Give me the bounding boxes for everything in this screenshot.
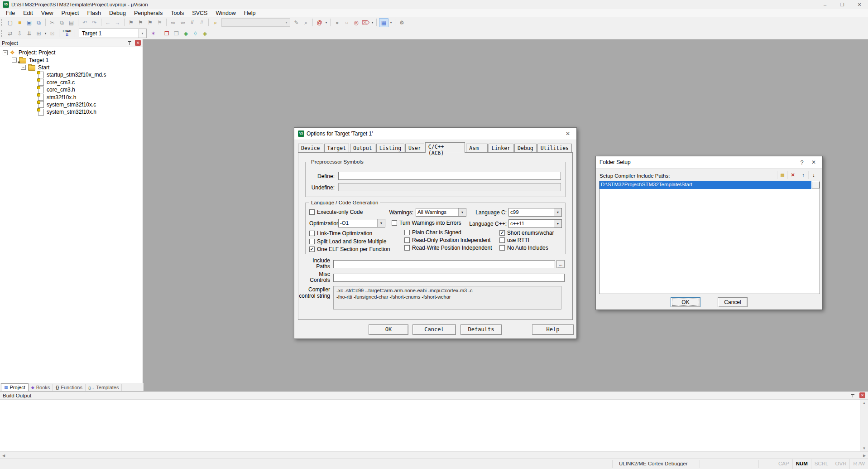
chevron-down-icon[interactable] bbox=[377, 219, 385, 227]
checkbox-icon[interactable] bbox=[404, 230, 410, 235]
checkbox-icon[interactable] bbox=[499, 230, 505, 236]
menu-svcs[interactable]: SVCS bbox=[188, 10, 211, 16]
new-file-icon[interactable]: ▢ bbox=[6, 19, 14, 27]
scroll-right-icon[interactable]: ▶ bbox=[861, 454, 868, 458]
tree-item-target[interactable]: Target 1 bbox=[0, 56, 143, 63]
tab-utilities[interactable]: Utilities bbox=[537, 144, 572, 152]
checkbox-icon[interactable] bbox=[309, 247, 315, 252]
next-bookmark-icon[interactable]: ⚑ bbox=[146, 19, 154, 27]
tree-item-file[interactable]: startup_stm32f10x_md.s bbox=[0, 71, 143, 78]
tree-item-file[interactable]: core_cm3.c bbox=[0, 79, 143, 86]
turn-warnings-errors-checkbox[interactable]: Turn Warnings into Errors bbox=[392, 220, 461, 226]
debug-session-icon[interactable]: @ bbox=[315, 19, 324, 27]
build-output-content[interactable] bbox=[0, 400, 860, 452]
tab-debug[interactable]: Debug bbox=[514, 144, 537, 152]
tree-item-project[interactable]: Project: Project bbox=[0, 49, 143, 56]
find-in-files-icon[interactable]: ⌕ bbox=[211, 19, 220, 27]
browse-path-button[interactable]: ... bbox=[812, 182, 820, 189]
close-icon[interactable] bbox=[809, 159, 819, 165]
tree-item-file[interactable]: system_stm32f10x.h bbox=[0, 108, 143, 116]
close-panel-icon[interactable] bbox=[135, 40, 141, 46]
new-path-icon[interactable]: ▩ bbox=[777, 171, 787, 179]
enable-breakpoint-icon[interactable]: ○ bbox=[342, 19, 351, 27]
nav-forward-icon[interactable]: → bbox=[113, 19, 122, 27]
insert-breakpoint-icon[interactable]: ● bbox=[333, 19, 341, 27]
plain-char-signed-checkbox[interactable]: Plain Char is Signed bbox=[404, 229, 461, 236]
ok-button[interactable]: OK bbox=[671, 297, 700, 307]
clear-bookmarks-icon[interactable]: ⚑ bbox=[155, 19, 164, 27]
kill-all-breakpoints-icon[interactable]: ⌦ bbox=[361, 19, 370, 27]
defaults-button[interactable]: Defaults bbox=[460, 324, 502, 335]
read-only-pi-checkbox[interactable]: Read-Only Position Independent bbox=[404, 237, 490, 243]
indent-icon[interactable]: ⇨ bbox=[169, 19, 177, 27]
tab-templates[interactable]: Templates bbox=[86, 384, 122, 391]
close-icon[interactable] bbox=[563, 131, 573, 137]
collapse-icon[interactable] bbox=[21, 65, 26, 70]
uncomment-icon[interactable]: // bbox=[197, 19, 206, 27]
scroll-down-icon[interactable]: ▼ bbox=[860, 445, 868, 452]
build-icon[interactable]: ⇩ bbox=[15, 29, 24, 38]
close-panel-icon[interactable] bbox=[859, 392, 865, 398]
selected-path[interactable]: D:\STM32Project\STM32Template\Start bbox=[599, 181, 811, 189]
menu-flash[interactable]: Flash bbox=[83, 10, 105, 16]
find-icon[interactable]: ⌕ bbox=[302, 19, 310, 27]
outdent-icon[interactable]: ⇦ bbox=[178, 19, 187, 27]
checkbox-icon[interactable] bbox=[499, 245, 505, 251]
download-button[interactable]: LOAD ⇊ bbox=[61, 29, 73, 38]
configure-icon[interactable]: ⚙ bbox=[398, 19, 406, 27]
menu-peripherals[interactable]: Peripherals bbox=[130, 10, 167, 16]
manage-project-items-icon[interactable]: ❒ bbox=[163, 29, 171, 38]
checkbox-icon[interactable] bbox=[309, 239, 315, 244]
chevron-down-icon[interactable] bbox=[458, 208, 466, 216]
restore-icon[interactable] bbox=[834, 0, 851, 9]
cut-icon[interactable]: ✂ bbox=[48, 19, 57, 27]
language-c-select[interactable]: c99 bbox=[508, 208, 562, 217]
horizontal-scrollbar[interactable]: ◀ ▶ bbox=[0, 451, 868, 459]
short-enums-checkbox[interactable]: Short enums/wchar bbox=[499, 230, 554, 236]
scroll-left-icon[interactable]: ◀ bbox=[0, 454, 7, 458]
save-all-icon[interactable]: ⧉ bbox=[34, 19, 43, 27]
redo-icon[interactable]: ↷ bbox=[90, 19, 99, 27]
tab-asm[interactable]: Asm bbox=[466, 144, 487, 152]
pin-icon[interactable] bbox=[127, 40, 133, 46]
open-folder-icon[interactable]: ■ bbox=[15, 19, 24, 27]
collapse-icon[interactable] bbox=[12, 58, 17, 63]
tab-functions[interactable]: Functions bbox=[53, 384, 86, 391]
warnings-select[interactable]: All Warnings bbox=[416, 208, 466, 217]
tab-user[interactable]: User bbox=[405, 144, 424, 152]
chevron-down-icon[interactable] bbox=[389, 19, 393, 27]
execute-only-code-checkbox[interactable]: Execute-only Code bbox=[309, 209, 363, 215]
checkbox-icon[interactable] bbox=[309, 209, 315, 215]
menu-project[interactable]: Project bbox=[58, 10, 83, 16]
misc-controls-input[interactable] bbox=[333, 274, 565, 282]
tab-books[interactable]: Books bbox=[29, 384, 53, 391]
ok-button[interactable]: OK bbox=[369, 324, 408, 335]
collapse-icon[interactable] bbox=[3, 50, 8, 55]
undo-icon[interactable]: ↶ bbox=[81, 19, 89, 27]
menu-debug[interactable]: Debug bbox=[105, 10, 130, 16]
select-software-packs-icon[interactable]: ◊ bbox=[191, 29, 200, 38]
include-paths-browse-button[interactable]: ... bbox=[556, 260, 565, 268]
cancel-button[interactable]: Cancel bbox=[718, 297, 748, 307]
menu-view[interactable]: View bbox=[37, 10, 58, 16]
prev-bookmark-icon[interactable]: ⚑ bbox=[136, 19, 145, 27]
comment-icon[interactable]: // bbox=[188, 19, 197, 27]
manage-books-icon[interactable]: ❐ bbox=[172, 29, 181, 38]
tab-listing[interactable]: Listing bbox=[376, 144, 404, 152]
pack-installer-icon[interactable]: ◈ bbox=[201, 29, 209, 38]
edit-find-icon[interactable]: ✎ bbox=[292, 19, 301, 27]
target-selector[interactable]: Target 1 bbox=[79, 29, 147, 38]
tab-linker[interactable]: Linker bbox=[489, 144, 514, 152]
tree-item-start-group[interactable]: Start bbox=[0, 64, 143, 71]
optimization-select[interactable]: -O1 bbox=[338, 219, 385, 227]
link-time-optimization-checkbox[interactable]: Link-Time Optimization bbox=[309, 230, 372, 237]
menu-window[interactable]: Window bbox=[211, 10, 240, 16]
chevron-down-icon[interactable] bbox=[554, 208, 561, 216]
save-icon[interactable]: ▣ bbox=[25, 19, 34, 27]
chevron-down-icon[interactable] bbox=[283, 19, 290, 26]
chevron-down-icon[interactable] bbox=[370, 19, 374, 27]
chevron-down-icon[interactable] bbox=[138, 29, 146, 38]
tab-cpp-ac6[interactable]: C/C++ (AC6) bbox=[425, 142, 465, 153]
help-button[interactable]: Help bbox=[532, 324, 574, 335]
pin-icon[interactable] bbox=[850, 393, 856, 398]
